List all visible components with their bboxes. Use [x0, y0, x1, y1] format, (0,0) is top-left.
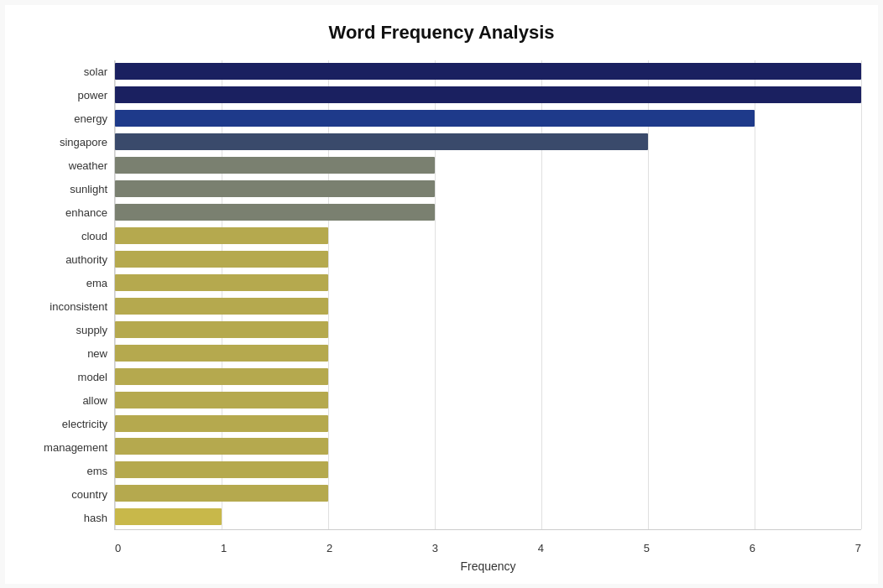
- bar-country: [115, 485, 328, 502]
- y-label-singapore: singapore: [60, 133, 107, 153]
- bar-cloud: [115, 227, 328, 244]
- bar-electricity: [115, 415, 328, 432]
- chart-area: solarpowerenergysingaporeweathersunlight…: [22, 60, 861, 530]
- bar-row-hash: [115, 507, 861, 527]
- y-label-ema: ema: [86, 273, 107, 294]
- bar-row-ema: [115, 273, 861, 293]
- y-label-solar: solar: [84, 62, 107, 82]
- y-label-weather: weather: [69, 156, 107, 176]
- bars-area: 01234567 Frequency: [114, 60, 861, 530]
- y-label-energy: energy: [74, 109, 107, 129]
- y-label-cloud: cloud: [81, 226, 107, 247]
- y-label-allow: allow: [82, 391, 107, 411]
- bar-new: [115, 345, 328, 362]
- chart-container: Word Frequency Analysis solarpowerenergy…: [5, 5, 878, 584]
- bar-row-allow: [115, 390, 861, 410]
- y-label-inconsistent: inconsistent: [50, 297, 107, 317]
- x-tick-3: 3: [432, 542, 438, 554]
- bar-solar: [115, 63, 861, 80]
- x-tick-1: 1: [221, 542, 227, 554]
- y-label-country: country: [71, 485, 107, 505]
- bar-authority: [115, 251, 328, 268]
- bar-row-ems: [115, 460, 861, 480]
- y-label-model: model: [78, 367, 107, 388]
- y-label-management: management: [44, 438, 107, 458]
- bar-row-electricity: [115, 414, 861, 434]
- bar-row-inconsistent: [115, 296, 861, 316]
- x-tick-0: 0: [115, 542, 121, 554]
- bar-row-weather: [115, 155, 861, 175]
- y-label-power: power: [78, 86, 107, 106]
- bar-row-power: [115, 85, 861, 105]
- bar-power: [115, 86, 861, 103]
- bar-allow: [115, 392, 328, 408]
- bar-model: [115, 368, 328, 385]
- y-label-supply: supply: [76, 320, 107, 341]
- x-tick-5: 5: [644, 542, 650, 554]
- bar-row-singapore: [115, 132, 861, 152]
- y-label-enhance: enhance: [65, 203, 107, 223]
- bar-ema: [115, 274, 328, 291]
- bar-ems: [115, 461, 328, 478]
- y-label-hash: hash: [84, 508, 107, 528]
- bar-inconsistent: [115, 298, 328, 315]
- y-label-sunlight: sunlight: [70, 180, 107, 200]
- y-label-ems: ems: [86, 461, 107, 481]
- x-tick-7: 7: [855, 542, 861, 554]
- bar-row-energy: [115, 108, 861, 128]
- bar-row-management: [115, 436, 861, 456]
- x-tick-6: 6: [750, 542, 755, 554]
- y-axis: solarpowerenergysingaporeweathersunlight…: [22, 60, 114, 530]
- bar-row-authority: [115, 249, 861, 269]
- bar-energy: [115, 110, 755, 127]
- x-axis-title: Frequency: [115, 559, 861, 573]
- bar-row-supply: [115, 320, 861, 340]
- bar-hash: [115, 508, 222, 525]
- bar-row-solar: [115, 61, 861, 81]
- bar-supply: [115, 321, 328, 338]
- x-tick-4: 4: [538, 542, 544, 554]
- bar-row-enhance: [115, 202, 861, 222]
- y-label-authority: authority: [65, 250, 107, 270]
- bar-sunlight: [115, 180, 435, 197]
- bar-row-country: [115, 483, 861, 503]
- bar-management: [115, 438, 328, 455]
- y-label-electricity: electricity: [62, 414, 107, 434]
- bar-row-cloud: [115, 226, 861, 246]
- bar-weather: [115, 157, 435, 174]
- bar-enhance: [115, 204, 435, 221]
- chart-title: Word Frequency Analysis: [22, 22, 861, 44]
- bar-row-new: [115, 343, 861, 363]
- y-label-new: new: [87, 344, 107, 364]
- bar-row-sunlight: [115, 179, 861, 199]
- bar-row-model: [115, 367, 861, 387]
- x-tick-2: 2: [327, 542, 332, 554]
- bar-singapore: [115, 133, 648, 150]
